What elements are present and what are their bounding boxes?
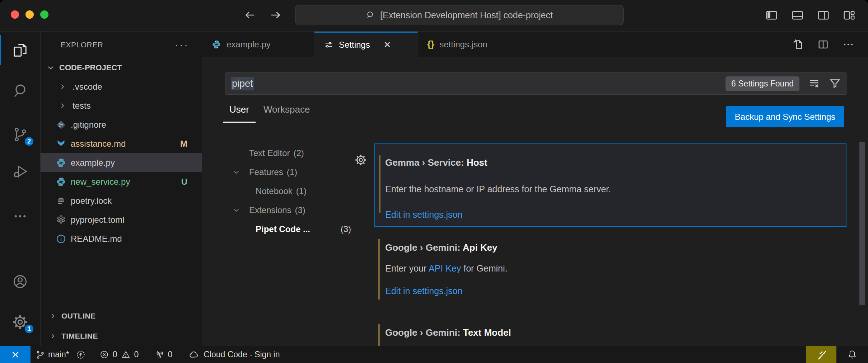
settings-editor: pipet 6 Settings Found User Workspace bbox=[202, 57, 868, 346]
tree-item-poetry-lock[interactable]: poetry.lock bbox=[41, 191, 202, 210]
setting-gemma-service-host[interactable]: Gemma › Service: Host Enter the hostname… bbox=[374, 143, 846, 227]
chevron-down-icon bbox=[232, 168, 241, 176]
cloud-code-signin-item[interactable]: Cloud Code - Sign in bbox=[188, 349, 280, 360]
filter-funnel-icon[interactable] bbox=[829, 77, 841, 90]
settings-result-count-badge: 6 Settings Found bbox=[725, 76, 799, 91]
tree-item-gitignore[interactable]: .gitignore bbox=[41, 115, 202, 134]
titlebar: [Extension Development Host] code-projec… bbox=[0, 0, 868, 32]
editor-group: example.py Settings ✕ {} settings.json bbox=[202, 32, 868, 346]
forwarded-ports-item[interactable]: 0 bbox=[155, 350, 172, 360]
explorer-more-actions-icon[interactable]: ··· bbox=[175, 39, 189, 51]
tree-item-vscode-folder[interactable]: .vscode bbox=[41, 77, 202, 96]
source-control-badge: 2 bbox=[24, 136, 34, 147]
tree-item-pyproject-toml[interactable]: pyproject.toml bbox=[41, 210, 202, 229]
setting-name: Text Model bbox=[463, 327, 511, 338]
tree-item-example-py[interactable]: example.py bbox=[41, 153, 202, 172]
additional-views-icon[interactable] bbox=[0, 199, 40, 234]
setting-name: Host bbox=[467, 157, 487, 168]
api-key-link[interactable]: API Key bbox=[429, 263, 461, 273]
python-file-icon bbox=[56, 176, 66, 187]
traffic-lights bbox=[11, 10, 48, 19]
navigate-back-icon[interactable] bbox=[243, 9, 256, 22]
manage-gear-icon[interactable]: 1 bbox=[0, 305, 40, 339]
run-debug-icon[interactable] bbox=[0, 154, 40, 189]
warning-count: 0 bbox=[134, 350, 139, 359]
edit-in-settings-json-link[interactable]: Edit in settings.json bbox=[385, 209, 846, 220]
manage-badge: 1 bbox=[24, 324, 34, 334]
python-file-icon bbox=[56, 157, 66, 168]
activity-bar: 2 1 bbox=[0, 32, 41, 346]
chevron-right-icon bbox=[49, 312, 57, 320]
tab-settings-json[interactable]: {} settings.json bbox=[418, 32, 535, 57]
setting-google-gemini-api-key[interactable]: Google › Gemini: Api Key Enter your API … bbox=[374, 235, 846, 308]
clear-search-filters-icon[interactable] bbox=[808, 77, 820, 90]
scope-tab-user[interactable]: User bbox=[223, 104, 256, 123]
customize-layout-icon[interactable] bbox=[843, 9, 856, 22]
toc-item-notebook[interactable]: Notebook(1) bbox=[202, 182, 353, 201]
chevron-down-icon bbox=[46, 63, 55, 72]
setting-row-gear-icon[interactable] bbox=[354, 154, 367, 166]
problems-item[interactable]: 0 0 bbox=[99, 350, 139, 359]
scope-tab-workspace[interactable]: Workspace bbox=[257, 104, 317, 123]
tab-settings[interactable]: Settings ✕ bbox=[314, 32, 418, 58]
git-branch-item[interactable]: main* bbox=[35, 350, 69, 360]
setting-category: Google › Gemini: bbox=[385, 242, 460, 253]
chevron-right-icon bbox=[49, 333, 57, 340]
split-editor-icon[interactable] bbox=[817, 38, 829, 51]
info-file-icon bbox=[56, 234, 66, 244]
vscode-window: [Extension Development Host] code-projec… bbox=[0, 0, 868, 363]
search-view-icon[interactable] bbox=[0, 74, 40, 108]
modified-indicator bbox=[378, 324, 380, 346]
window-title: [Extension Development Host] code-projec… bbox=[380, 10, 553, 20]
editor-more-actions-icon[interactable] bbox=[842, 38, 854, 51]
explorer-title: EXPLORER bbox=[61, 41, 103, 49]
notifications-bell-icon[interactable] bbox=[836, 349, 868, 360]
lock-file-lines-icon bbox=[56, 195, 66, 206]
accounts-icon[interactable] bbox=[0, 264, 40, 299]
close-window-button[interactable] bbox=[11, 10, 19, 19]
branch-name: main* bbox=[48, 350, 69, 359]
chevron-right-icon bbox=[59, 83, 67, 91]
backup-sync-settings-button[interactable]: Backup and Sync Settings bbox=[726, 106, 844, 127]
toc-item-extensions[interactable]: Extensions(3) bbox=[202, 201, 353, 220]
publish-changes-icon[interactable] bbox=[76, 350, 86, 360]
tree-item-new-service-py[interactable]: new_service.py U bbox=[41, 172, 202, 191]
toggle-secondary-sidebar-icon[interactable] bbox=[817, 9, 830, 22]
tree-item-readme-md[interactable]: README.md bbox=[41, 229, 202, 248]
settings-search-input[interactable]: pipet 6 Settings Found bbox=[225, 72, 847, 95]
chevron-right-icon bbox=[59, 102, 67, 110]
ai-suggestions-disabled-toggle[interactable] bbox=[806, 346, 836, 363]
git-status-badge: U bbox=[181, 177, 187, 187]
python-file-icon bbox=[211, 39, 221, 50]
settings-toc: Text Editor(2) Features(1) Notebook(1) E… bbox=[202, 143, 353, 239]
tree-root-code-project[interactable]: CODE-PROJECT bbox=[41, 58, 202, 77]
json-braces-icon: {} bbox=[427, 39, 434, 50]
explorer-icon[interactable] bbox=[0, 33, 40, 67]
git-file-icon bbox=[56, 119, 66, 130]
outline-section[interactable]: OUTLINE bbox=[41, 306, 202, 326]
toggle-primary-sidebar-icon[interactable] bbox=[765, 9, 778, 22]
explorer-sidebar: EXPLORER ··· CODE-PROJECT .vscode tests bbox=[41, 32, 202, 346]
navigate-forward-icon[interactable] bbox=[269, 9, 282, 22]
tree-item-tests-folder[interactable]: tests bbox=[41, 96, 202, 115]
toc-item-pipet-code[interactable]: Pipet Code ...(3) bbox=[202, 220, 353, 239]
remote-indicator[interactable] bbox=[0, 346, 31, 363]
minimize-window-button[interactable] bbox=[25, 10, 34, 19]
command-center[interactable]: [Extension Development Host] code-projec… bbox=[295, 5, 624, 25]
zoom-window-button[interactable] bbox=[40, 10, 48, 19]
settings-scope-tabs: User Workspace bbox=[223, 104, 318, 123]
timeline-section[interactable]: TIMELINE bbox=[41, 326, 202, 346]
settings-scrollbar[interactable] bbox=[859, 142, 865, 305]
toggle-panel-icon[interactable] bbox=[791, 9, 804, 22]
setting-google-gemini-text-model[interactable]: Google › Gemini: Text Model bbox=[374, 324, 846, 346]
tab-example-py[interactable]: example.py bbox=[202, 32, 314, 57]
toc-item-features[interactable]: Features(1) bbox=[202, 162, 353, 182]
source-control-icon[interactable]: 2 bbox=[0, 117, 40, 152]
edit-in-settings-json-link[interactable]: Edit in settings.json bbox=[385, 286, 846, 296]
close-tab-icon[interactable]: ✕ bbox=[384, 40, 391, 50]
cloud-code-label: Cloud Code - Sign in bbox=[204, 350, 280, 359]
tree-item-assistance-md[interactable]: assistance.md M bbox=[41, 134, 202, 153]
git-status-badge: M bbox=[180, 139, 187, 149]
toc-item-text-editor[interactable]: Text Editor(2) bbox=[202, 143, 353, 162]
open-changes-icon[interactable] bbox=[792, 38, 804, 51]
